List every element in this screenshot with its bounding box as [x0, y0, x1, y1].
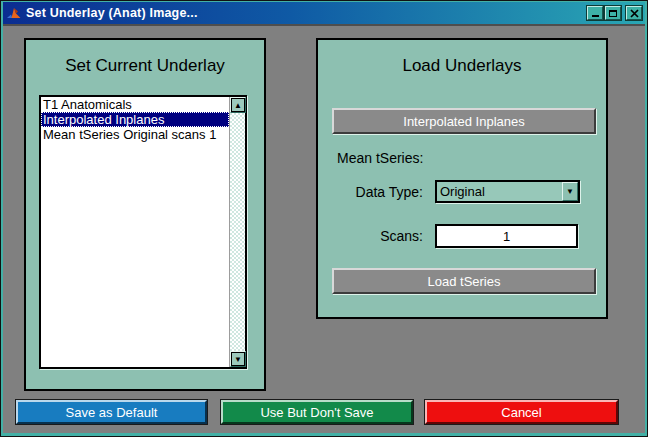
load-tseries-button[interactable]: Load tSeries [332, 268, 596, 294]
scroll-up-button[interactable]: ▲ [230, 97, 246, 113]
close-button[interactable] [626, 6, 642, 20]
dialog-window: Set Underlay (Anat) Image... Set Current… [0, 0, 648, 437]
list-item[interactable]: Mean tSeries Original scans 1 [41, 127, 229, 142]
window-title: Set Underlay (Anat) Image... [26, 6, 587, 20]
minimize-icon [592, 9, 599, 17]
use-but-dont-save-button[interactable]: Use But Don't Save [221, 400, 413, 424]
scroll-down-button[interactable]: ▼ [230, 351, 246, 367]
title-bar[interactable]: Set Underlay (Anat) Image... [3, 2, 645, 24]
data-type-dropdown[interactable]: Original ▼ [435, 180, 580, 203]
chevron-down-icon: ▼ [566, 187, 574, 196]
set-current-underlay-panel: Set Current Underlay T1 Anatomicals Inte… [24, 38, 266, 391]
interpolated-inplanes-button[interactable]: Interpolated Inplanes [332, 108, 596, 134]
underlay-listbox[interactable]: T1 Anatomicals Interpolated Inplanes Mea… [39, 95, 247, 369]
listbox-scrollbar[interactable]: ▲ ▼ [229, 97, 245, 367]
mean-tseries-label: Mean tSeries: [337, 150, 423, 166]
data-type-label: Data Type: [318, 184, 423, 200]
load-underlays-panel: Load Underlays Interpolated Inplanes Mea… [316, 38, 608, 319]
window-controls [587, 6, 642, 20]
save-as-default-button[interactable]: Save as Default [16, 400, 207, 424]
maximize-button[interactable] [605, 6, 621, 20]
left-panel-title: Set Current Underlay [26, 56, 264, 76]
minimize-button[interactable] [587, 6, 603, 20]
list-item[interactable]: T1 Anatomicals [41, 97, 229, 112]
list-item-selected[interactable]: Interpolated Inplanes [41, 112, 229, 127]
scans-input[interactable] [435, 224, 578, 248]
maximize-icon [609, 10, 617, 17]
arrow-up-icon: ▲ [234, 101, 242, 110]
underlay-list-items: T1 Anatomicals Interpolated Inplanes Mea… [41, 97, 229, 367]
right-panel-title: Load Underlays [318, 56, 606, 76]
matlab-logo-icon [6, 5, 22, 21]
close-icon [630, 9, 639, 18]
cancel-button[interactable]: Cancel [425, 400, 618, 424]
data-type-selected-value: Original [437, 182, 562, 201]
scans-label: Scans: [318, 228, 423, 244]
dialog-body: Set Current Underlay T1 Anatomicals Inte… [3, 24, 645, 433]
dropdown-arrow-button[interactable]: ▼ [562, 182, 578, 201]
arrow-down-icon: ▼ [234, 355, 242, 364]
